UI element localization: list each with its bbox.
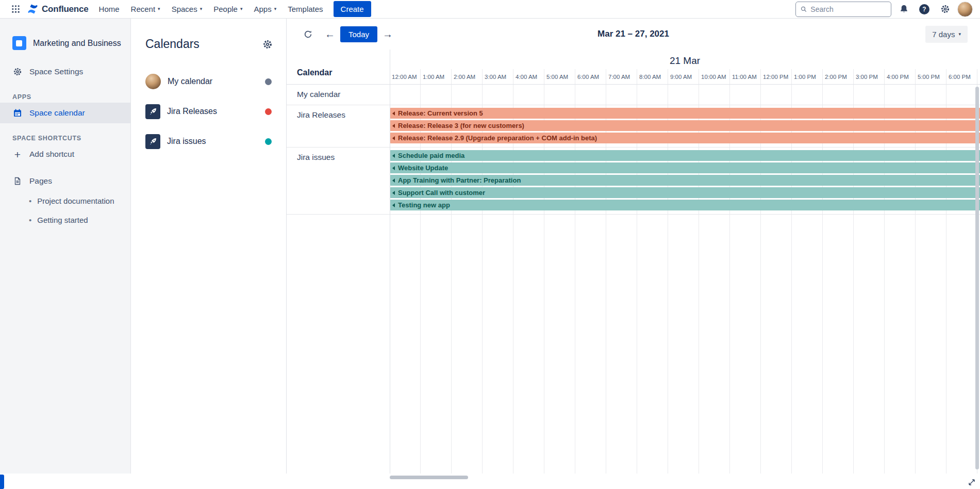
sidebar-item-space-calendar[interactable]: Space calendar xyxy=(0,103,130,123)
event-title: Testing new app xyxy=(398,201,450,209)
calendar-color-dot[interactable] xyxy=(265,108,272,115)
calendar-name: My calendar xyxy=(168,77,258,86)
pages-icon xyxy=(12,177,23,185)
sidebar-item-label: Space calendar xyxy=(29,108,85,118)
page-link-label: Getting started xyxy=(37,216,88,224)
calendar-row-label: Jira issues xyxy=(287,148,390,214)
nav-item[interactable]: Recent ▾ xyxy=(126,1,165,17)
calendar-event[interactable]: Release: Release 3 (for new customers) xyxy=(390,120,980,131)
top-navigation: Confluence Home ▾ Recent ▾ Spaces ▾ Peop… xyxy=(0,0,980,19)
calendars-list: My calendar Jira Releases xyxy=(145,67,273,156)
nav-item[interactable]: Spaces ▾ xyxy=(167,1,208,17)
time-label: 7:00 AM xyxy=(606,69,637,84)
chevron-down-icon: ▾ xyxy=(240,7,243,11)
time-label: 12:00 AM xyxy=(390,69,421,84)
refresh-icon[interactable] xyxy=(299,25,317,43)
calendar-main: ← Today → Mar 21 – 27, 2021 7 days ▾ Cal… xyxy=(287,19,980,489)
time-label: 6:00 PM xyxy=(946,69,977,84)
page-link[interactable]: • Project documentation xyxy=(0,191,130,210)
calendars-panel: Calendars xyxy=(131,19,287,474)
calendar-list-item[interactable]: My calendar xyxy=(145,67,273,96)
chevron-down-icon: ▾ xyxy=(958,32,961,37)
time-header: 21 Mar 12:00 AM1:00 AM2:00 AM3:00 AM4:00… xyxy=(390,50,980,84)
confluence-logo[interactable]: Confluence xyxy=(27,3,89,15)
sidebar-collapse-rail[interactable] xyxy=(0,475,4,489)
sidebar-item-space-settings[interactable]: Space Settings xyxy=(0,61,130,82)
confluence-mark-icon xyxy=(27,3,39,15)
calendar-event[interactable]: Schedule paid media xyxy=(390,150,980,161)
sidebar-item-pages[interactable]: Pages xyxy=(0,171,130,191)
calendar-event[interactable]: Website Update xyxy=(390,162,980,173)
vertical-scrollbar[interactable] xyxy=(975,87,979,469)
time-label: 2:00 PM xyxy=(823,69,854,84)
calendar-list-item[interactable]: Jira Releases xyxy=(145,96,273,126)
rocket-icon xyxy=(145,104,160,119)
chevron-down-icon: ▾ xyxy=(158,7,160,11)
calendar-event[interactable]: Support Call with customer xyxy=(390,187,980,198)
calendar-event[interactable]: Release: Release 2.9 (Upgrade preparatio… xyxy=(390,133,980,143)
calendars-settings-gear-icon[interactable] xyxy=(262,39,273,50)
chevron-down-icon: ▾ xyxy=(274,7,277,11)
nav-item-label: People xyxy=(213,5,238,13)
nav-item-label: Recent xyxy=(131,5,156,13)
app-switcher-icon[interactable] xyxy=(7,1,24,18)
calendar-name: Jira Releases xyxy=(167,107,258,116)
calendar-row-events: Release: Current version 5 Release: Rele… xyxy=(390,105,980,147)
page-link[interactable]: • Getting started xyxy=(0,210,130,230)
date-range-label: Mar 21 – 27, 2021 xyxy=(597,29,669,39)
nav-item[interactable]: People ▾ xyxy=(208,1,247,17)
nav-item[interactable]: Home ▾ xyxy=(94,1,125,17)
help-icon[interactable]: ? xyxy=(916,1,933,18)
user-avatar[interactable] xyxy=(957,2,973,17)
calendar-row-label: Jira Releases xyxy=(287,105,390,147)
time-label: 6:00 AM xyxy=(575,69,606,84)
nav-item[interactable]: Apps ▾ xyxy=(248,1,281,17)
search-input[interactable] xyxy=(810,5,886,13)
search-box[interactable] xyxy=(795,2,891,17)
calendar-color-dot[interactable] xyxy=(265,78,272,85)
notifications-icon[interactable] xyxy=(895,1,912,18)
view-selector[interactable]: 7 days ▾ xyxy=(925,26,968,43)
calendar-list-item[interactable]: Jira issues xyxy=(145,126,273,156)
calendar-row-events: Schedule paid media Website Update App T… xyxy=(390,148,980,214)
page-link-label: Project documentation xyxy=(37,197,114,205)
primary-nav: Home ▾ Recent ▾ Spaces ▾ People ▾ Apps ▾… xyxy=(94,1,328,17)
event-title: Release: Release 2.9 (Upgrade preparatio… xyxy=(398,134,597,142)
today-button[interactable]: Today xyxy=(340,26,377,42)
time-label: 8:00 AM xyxy=(637,69,668,84)
event-title: Support Call with customer xyxy=(398,189,485,197)
brand-name: Confluence xyxy=(42,4,89,14)
sidebar-section-shortcuts: SPACE SHORTCUTS xyxy=(12,135,130,142)
calendar-grid: Calendar 21 Mar 12:00 AM1:00 AM2:00 AM3:… xyxy=(287,50,980,474)
horizontal-scrollbar[interactable] xyxy=(390,476,468,479)
calendar-column-header: Calendar xyxy=(287,50,390,84)
sidebar-item-add-shortcut[interactable]: + Add shortcut xyxy=(0,144,130,165)
column-divider xyxy=(390,50,390,474)
settings-gear-icon[interactable] xyxy=(937,1,953,18)
calendar-event[interactable]: Release: Current version 5 xyxy=(390,108,980,119)
calendar-name: Jira issues xyxy=(167,137,258,146)
nav-item[interactable]: Templates ▾ xyxy=(283,1,328,17)
calendar-event[interactable]: Testing new app xyxy=(390,200,980,210)
time-label: 4:00 PM xyxy=(885,69,916,84)
event-continues-left-icon xyxy=(392,166,395,170)
space-name: Marketing and Business xyxy=(33,39,121,48)
sidebar-item-label: Pages xyxy=(29,176,52,186)
time-label: 4:00 AM xyxy=(513,69,544,84)
calendar-toolbar: ← Today → Mar 21 – 27, 2021 7 days ▾ xyxy=(287,19,980,50)
event-continues-left-icon xyxy=(392,178,395,183)
page-links: • Project documentation • Getting starte… xyxy=(0,191,130,230)
calendar-color-dot[interactable] xyxy=(265,138,272,145)
calendar-row-label: My calendar xyxy=(287,85,390,105)
previous-week-arrow[interactable]: ← xyxy=(322,26,338,42)
resize-handle[interactable] xyxy=(967,478,976,487)
space-header[interactable]: Marketing and Business xyxy=(0,36,130,50)
event-title: Website Update xyxy=(398,164,448,172)
create-button[interactable]: Create xyxy=(334,1,371,17)
avatar-icon xyxy=(145,74,161,89)
nav-item-label: Spaces xyxy=(172,5,197,13)
calendar-event[interactable]: App Training with Partner: Preparation xyxy=(390,175,980,186)
date-header: 21 Mar xyxy=(390,50,980,69)
next-week-arrow[interactable]: → xyxy=(379,26,396,42)
nav-item-label: Templates xyxy=(288,5,323,13)
